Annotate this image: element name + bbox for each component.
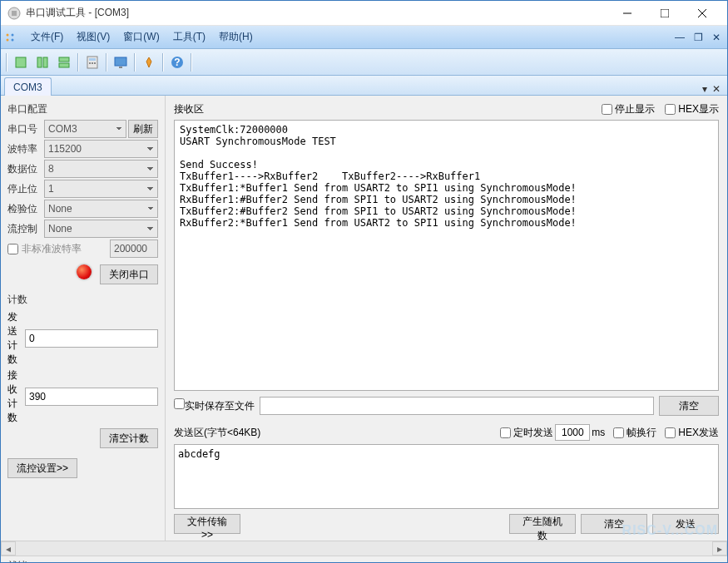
- menu-tools[interactable]: 工具(T): [166, 30, 212, 44]
- recv-clear-button[interactable]: 清空: [659, 396, 719, 416]
- send-count-label: 发送计数: [7, 310, 25, 367]
- port-select[interactable]: COM3: [44, 120, 126, 138]
- svg-point-9: [12, 38, 14, 41]
- recv-count-label: 接收计数: [7, 368, 25, 425]
- hex-send-checkbox[interactable]: [665, 427, 676, 438]
- hex-send-label[interactable]: HEX发送: [665, 426, 719, 440]
- parity-label: 检验位: [7, 202, 44, 216]
- baud-select[interactable]: 115200: [44, 140, 158, 158]
- app-icon: [7, 7, 21, 20]
- send-title: 发送区(字节<64KB): [174, 426, 492, 440]
- close-port-button[interactable]: 关闭串口: [100, 264, 158, 284]
- svg-point-6: [7, 33, 9, 36]
- send-button[interactable]: 发送: [652, 514, 719, 534]
- send-clear-button[interactable]: 清空: [581, 514, 647, 534]
- tab-row: COM3 ▾ ✕: [1, 76, 727, 96]
- databits-select[interactable]: 8: [44, 160, 158, 178]
- maximize-button[interactable]: [646, 2, 683, 25]
- record-indicator-icon: [77, 264, 92, 279]
- svg-rect-18: [92, 62, 93, 64]
- nonstd-baud-checkbox[interactable]: [7, 244, 18, 254]
- stopbits-select[interactable]: 1: [44, 180, 158, 198]
- toolbar-grip-icon: [4, 30, 19, 45]
- stop-display-checkbox-label[interactable]: 停止显示: [602, 102, 655, 116]
- flow-label: 流控制: [7, 222, 44, 236]
- svg-rect-11: [37, 57, 42, 67]
- child-restore-button[interactable]: ❐: [691, 31, 706, 44]
- port-label: 串口号: [7, 122, 44, 136]
- svg-rect-1: [12, 11, 17, 16]
- svg-rect-16: [89, 58, 96, 61]
- timed-send-label[interactable]: 定时发送: [500, 426, 553, 440]
- sidebar: 串口配置 串口号 COM3 刷新 波特率 115200 数据位 8 停止位 1 …: [1, 96, 166, 541]
- toolbar: ?: [1, 49, 727, 76]
- timed-send-checkbox[interactable]: [500, 427, 511, 438]
- child-close-button[interactable]: ✕: [709, 31, 724, 44]
- svg-marker-22: [146, 57, 151, 67]
- minimize-button[interactable]: [608, 2, 646, 25]
- databits-label: 数据位: [7, 162, 44, 176]
- statusbar: 就绪 CAP NUM SCRL: [1, 556, 727, 563]
- toolbar-btn-2[interactable]: [32, 52, 52, 72]
- svg-rect-20: [115, 57, 126, 66]
- svg-rect-10: [16, 57, 26, 67]
- frame-wrap-label[interactable]: 帧换行: [613, 426, 656, 440]
- count-title: 计数: [7, 293, 158, 307]
- stopbits-label: 停止位: [7, 182, 44, 196]
- main-area: 接收区 停止显示 HEX显示 SystemClk:72000000 USART …: [166, 96, 727, 541]
- close-button[interactable]: [683, 2, 721, 25]
- stop-display-checkbox[interactable]: [602, 104, 612, 115]
- nonstd-baud-label: 非标准波特率: [22, 242, 110, 256]
- svg-rect-3: [661, 9, 669, 17]
- save-to-file-label[interactable]: 实时保存至文件: [174, 398, 255, 413]
- svg-rect-13: [59, 57, 69, 62]
- status-ready: 就绪: [7, 559, 631, 563]
- inner-scrollbar[interactable]: ◂ ▸: [1, 541, 727, 556]
- hex-display-checkbox[interactable]: [665, 104, 676, 115]
- refresh-button[interactable]: 刷新: [128, 120, 158, 138]
- toolbar-calculator-icon[interactable]: [82, 52, 102, 72]
- gen-random-button[interactable]: 产生随机数: [509, 514, 576, 534]
- timed-interval-input[interactable]: [555, 424, 590, 441]
- save-to-file-checkbox[interactable]: [174, 398, 185, 409]
- receive-textarea[interactable]: SystemClk:72000000 USART SynchromousMode…: [174, 120, 719, 391]
- menubar: 文件(F) 视图(V) 窗口(W) 工具(T) 帮助(H) — ❐ ✕: [1, 26, 727, 49]
- scroll-right-icon[interactable]: ▸: [712, 541, 727, 556]
- child-minimize-button[interactable]: —: [672, 31, 687, 44]
- svg-text:?: ?: [174, 57, 180, 68]
- baud-label: 波特率: [7, 142, 44, 156]
- ms-label: ms: [592, 427, 605, 438]
- flow-select[interactable]: None: [44, 220, 158, 238]
- file-transfer-button[interactable]: 文件传输>>: [174, 514, 240, 534]
- flow-settings-button[interactable]: 流控设置>>: [7, 458, 77, 478]
- hex-display-checkbox-label[interactable]: HEX显示: [665, 102, 719, 116]
- menu-file[interactable]: 文件(F): [24, 30, 70, 44]
- toolbar-help-icon[interactable]: ?: [167, 52, 187, 72]
- scroll-left-icon[interactable]: ◂: [1, 541, 16, 556]
- toolbar-monitor-icon[interactable]: [111, 52, 131, 72]
- window-title: 串口调试工具 - [COM3]: [26, 6, 608, 20]
- serial-config-title: 串口配置: [7, 102, 158, 116]
- save-file-path-input[interactable]: [260, 397, 654, 415]
- send-textarea[interactable]: abcdefg: [174, 444, 719, 509]
- tab-close-icon[interactable]: ✕: [712, 83, 721, 95]
- toolbar-btn-1[interactable]: [11, 52, 31, 72]
- toolbar-btn-3[interactable]: [54, 52, 74, 72]
- svg-point-7: [7, 38, 9, 41]
- svg-rect-17: [89, 62, 91, 64]
- svg-point-8: [12, 33, 14, 36]
- frame-wrap-checkbox[interactable]: [613, 427, 624, 438]
- menu-view[interactable]: 视图(V): [70, 30, 116, 44]
- recv-count-input[interactable]: [25, 388, 158, 406]
- menu-help[interactable]: 帮助(H): [212, 30, 260, 44]
- tab-dropdown-icon[interactable]: ▾: [702, 83, 707, 95]
- tab-com3[interactable]: COM3: [4, 77, 52, 96]
- toolbar-pin-icon[interactable]: [139, 52, 159, 72]
- send-count-input[interactable]: [25, 329, 158, 348]
- clear-count-button[interactable]: 清空计数: [100, 428, 158, 448]
- scroll-track[interactable]: [16, 541, 712, 556]
- parity-select[interactable]: None: [44, 200, 158, 218]
- nonstd-baud-input[interactable]: [110, 240, 158, 258]
- titlebar: 串口调试工具 - [COM3]: [1, 1, 727, 26]
- menu-window[interactable]: 窗口(W): [116, 30, 166, 44]
